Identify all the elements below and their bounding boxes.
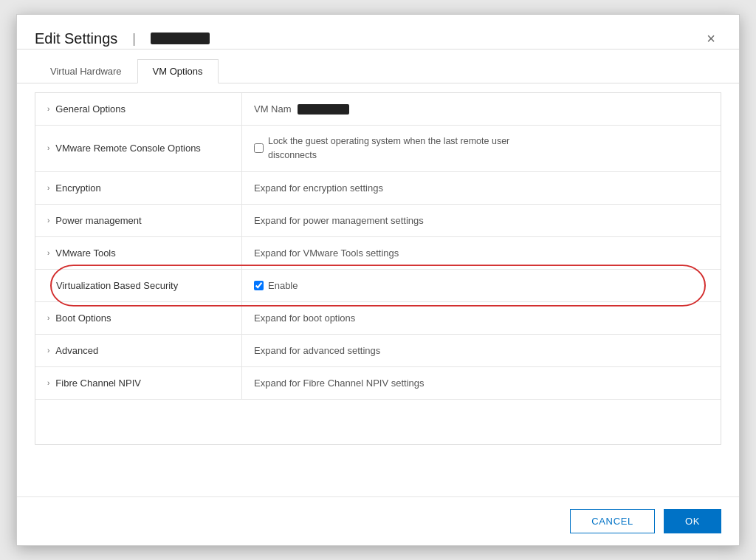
chevron-general-options[interactable]: ›	[47, 105, 49, 113]
chevron-advanced[interactable]: ›	[47, 346, 49, 355]
vbs-checkbox-row: Enable	[254, 280, 298, 291]
value-power-management: Expand for power management settings	[242, 205, 721, 236]
label-text-fibre-channel: Fibre Channel NPIV	[55, 378, 141, 389]
label-text-advanced: Advanced	[55, 345, 98, 356]
row-advanced: › Advanced Expand for advanced settings	[35, 335, 721, 367]
vm-name-redacted	[298, 104, 349, 115]
edit-settings-dialog: Edit Settings | × Virtual Hardware VM Op…	[16, 14, 740, 546]
vmware-tools-value-text: Expand for VMware Tools settings	[254, 247, 399, 259]
tab-list: Virtual Hardware VM Options	[35, 58, 219, 83]
row-fibre-channel: › Fibre Channel NPIV Expand for Fibre Ch…	[35, 367, 721, 400]
label-vmrc: › VMware Remote Console Options	[35, 126, 242, 171]
dialog-title-area: Edit Settings |	[35, 30, 210, 47]
value-vmrc: Lock the guest operating system when the…	[242, 126, 721, 171]
value-general-options: VM Nam	[242, 93, 721, 125]
label-vmware-tools: › VMware Tools	[35, 237, 242, 269]
dialog-body: › General Options VM Nam › VMware Remote…	[17, 83, 739, 496]
chevron-power-management[interactable]: ›	[47, 216, 49, 225]
value-vmware-tools: Expand for VMware Tools settings	[242, 237, 721, 269]
close-button[interactable]: ×	[701, 28, 721, 49]
label-fibre-channel: › Fibre Channel NPIV	[35, 367, 242, 399]
label-general-options: › General Options	[35, 93, 242, 125]
vm-name-prefix: VM Nam	[254, 103, 292, 115]
row-encryption: › Encryption Expand for encryption setti…	[35, 172, 721, 205]
label-text-encryption: Encryption	[55, 182, 100, 194]
value-encryption: Expand for encryption settings	[242, 172, 721, 204]
label-boot-options: › Boot Options	[35, 302, 242, 334]
dialog-header: Edit Settings | ×	[17, 15, 739, 49]
vbs-enable-label: Enable	[268, 280, 298, 291]
empty-row	[35, 400, 721, 444]
label-text-power-management: Power management	[55, 215, 141, 226]
row-power-management: › Power management Expand for power mana…	[35, 205, 721, 237]
vmrc-checkbox-label: Lock the guest operating system when the…	[268, 134, 509, 163]
dialog-footer: CANCEL OK	[17, 496, 739, 545]
chevron-vmrc[interactable]: ›	[47, 144, 49, 152]
cancel-button[interactable]: CANCEL	[570, 509, 655, 533]
label-encryption: › Encryption	[35, 172, 242, 204]
label-text-general-options: General Options	[55, 103, 126, 115]
power-management-value-text: Expand for power management settings	[254, 215, 424, 226]
label-advanced: › Advanced	[35, 335, 242, 366]
vmrc-checkbox-row: Lock the guest operating system when the…	[254, 134, 509, 163]
chevron-encryption[interactable]: ›	[47, 184, 49, 192]
value-boot-options: Expand for boot options	[242, 302, 721, 334]
settings-table: › General Options VM Nam › VMware Remote…	[35, 92, 721, 445]
label-vbs: Virtualization Based Security	[35, 270, 242, 301]
fibre-channel-value-text: Expand for Fibre Channel NPIV settings	[254, 378, 425, 389]
label-power-management: › Power management	[35, 205, 242, 236]
value-vbs: Enable	[242, 270, 721, 301]
chevron-vmware-tools[interactable]: ›	[47, 249, 49, 257]
row-vbs: Virtualization Based Security Enable	[35, 270, 721, 302]
label-text-vmrc: VMware Remote Console Options	[55, 143, 201, 154]
vbs-enable-checkbox[interactable]	[254, 281, 264, 290]
label-text-boot-options: Boot Options	[55, 313, 111, 324]
dialog-title: Edit Settings	[35, 30, 117, 47]
label-text-vmware-tools: VMware Tools	[55, 247, 115, 259]
advanced-value-text: Expand for advanced settings	[254, 345, 380, 356]
vm-name-display: VM Nam	[254, 103, 349, 115]
tab-virtual-hardware[interactable]: Virtual Hardware	[35, 59, 137, 83]
encryption-value-text: Expand for encryption settings	[254, 182, 383, 194]
label-text-vbs: Virtualization Based Security	[56, 280, 178, 291]
row-vmware-tools: › VMware Tools Expand for VMware Tools s…	[35, 237, 721, 270]
value-advanced: Expand for advanced settings	[242, 335, 721, 366]
tabs-container: Virtual Hardware VM Options	[17, 49, 739, 83]
value-fibre-channel: Expand for Fibre Channel NPIV settings	[242, 367, 721, 399]
title-separator: |	[132, 31, 136, 47]
tab-vm-options[interactable]: VM Options	[137, 59, 219, 83]
chevron-boot-options[interactable]: ›	[47, 314, 49, 322]
ok-button[interactable]: OK	[664, 509, 721, 533]
vmrc-description: Lock the guest operating system when the…	[254, 134, 509, 163]
row-boot-options: › Boot Options Expand for boot options	[35, 302, 721, 335]
vm-name-redacted-block	[151, 33, 210, 44]
vmrc-checkbox[interactable]	[254, 143, 264, 153]
row-general-options: › General Options VM Nam	[35, 93, 721, 126]
chevron-fibre-channel[interactable]: ›	[47, 379, 49, 387]
boot-options-value-text: Expand for boot options	[254, 313, 355, 324]
row-vmrc: › VMware Remote Console Options Lock the…	[35, 126, 721, 172]
